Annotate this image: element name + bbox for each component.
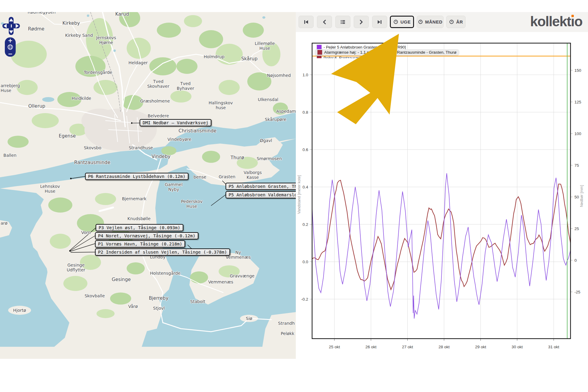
place-label: Strandhuse <box>129 145 153 150</box>
station-tooltip[interactable]: P5 Anløbsbroen Grasten, Thurø <box>226 183 296 190</box>
place-label: Gammel Nyby <box>165 182 182 192</box>
y2-tick-label: 0 <box>574 258 577 263</box>
place-label: Vemmenæs <box>208 280 233 284</box>
place-label: Skovballe <box>84 293 105 298</box>
place-label: bense <box>194 175 206 179</box>
x-tick-label: 29 okt <box>475 345 486 349</box>
station-tooltip[interactable]: DMI Nedbør – Vandværksvej <box>140 119 211 126</box>
place-label: Rantzausminde <box>74 160 110 166</box>
station-tooltip[interactable]: P4 Noret, Vornæsvej, Tåsinge (-0.12m) <box>95 232 198 239</box>
place-label: Øgavl <box>260 138 272 143</box>
alarm-tooltip-text: Alarmgrænse høj: - 1.1 meter - Pejler 6,… <box>324 50 457 55</box>
pan-down-icon[interactable] <box>9 30 13 33</box>
y-tick-label: -0.2 <box>301 297 308 302</box>
chart-panel: UGE MÅNED ÅR kollektıo 25 okt26 okt27 ok… <box>296 0 588 392</box>
place-label: Hjortø <box>13 308 26 313</box>
legend-label: Pejler 6, Rantzausminde <box>324 56 366 58</box>
place-label: Rødme <box>28 27 45 32</box>
place-label: Lillemølle Huse <box>255 41 275 51</box>
station-tooltip[interactable]: P1 Vornæs Havn, Tåsinge (0.218m) <box>95 240 185 248</box>
y2-axis-title: Nedbør [mm] <box>580 185 584 207</box>
y2-tick-label: 25 <box>574 226 579 231</box>
y2-tick-label: 75 <box>574 163 579 168</box>
x-tick-label: 27 okt <box>402 345 413 349</box>
y2-tick-label: 150 <box>574 68 581 73</box>
place-label: Holmdrup <box>204 54 224 59</box>
station-tooltip[interactable]: P2 Indersiden af slusen Vejlen, Tåsinge … <box>95 248 230 256</box>
place-label: Vindeby <box>152 154 171 160</box>
place-label: Egense <box>59 134 76 139</box>
zoom-out-button[interactable]: − <box>8 52 13 56</box>
place-label: Gesinge Udflytter <box>67 263 85 272</box>
place-label: Bjerreby <box>149 296 168 301</box>
place-label: Ollerup <box>28 104 45 109</box>
y-tick-label: 0.4 <box>302 185 308 189</box>
chart[interactable]: 25 okt26 okt27 okt28 okt29 okt30 okt31 o… <box>296 0 588 392</box>
map-zoom-control[interactable]: + − <box>5 37 16 57</box>
x-tick-label: 26 okt <box>365 345 377 349</box>
place-label: Aspedam <box>276 109 296 114</box>
legend-swatch-red <box>317 50 322 55</box>
place-label: Kirkeby Sand <box>65 33 93 38</box>
station-tooltip[interactable]: P3 Vejlen øst, Tåsinge (0.093m) <box>96 224 183 231</box>
legend-item-pejler6[interactable]: Pejler 6, Rantzausminde <box>317 55 366 58</box>
x-tick-label: 28 okt <box>438 345 450 349</box>
y-tick-label: 0.6 <box>302 147 308 152</box>
x-tick-label: 25 okt <box>329 345 340 349</box>
place-label: Strandh <box>278 321 295 326</box>
pan-up-icon[interactable] <box>9 18 13 21</box>
station-tooltip[interactable]: P6 Rantzausminde Lystbådehavn (0.12m) <box>85 173 188 180</box>
place-label: Valborgs Kasse <box>244 170 262 180</box>
y-tick-label: 0.0 <box>302 260 308 264</box>
place-label: Thurø <box>231 155 244 161</box>
place-label: arø <box>1 221 8 226</box>
place-label: Hallingskov huse <box>209 100 233 110</box>
place-label: Skårupøre <box>265 117 286 122</box>
alarm-tooltip: Alarmgrænse høj: - 1.1 meter - Pejler 6,… <box>315 49 459 55</box>
place-label: Bjernemark <box>122 196 146 201</box>
place-label: Lehnskov Huse <box>40 184 60 194</box>
legend-swatch-red2 <box>317 55 322 58</box>
y-tick-label: 0.8 <box>302 110 308 115</box>
place-label: Hvidkilde <box>72 96 91 101</box>
chart-plot[interactable] <box>312 43 571 339</box>
place-label: arrebjerg Huse <box>1 83 20 93</box>
place-label: Nøjsomhed <box>267 73 291 78</box>
y-tick-label: 0.2 <box>302 222 308 227</box>
place-label: Tved Skovhaver <box>147 79 169 89</box>
place-label: Peløkk <box>281 331 294 336</box>
place-label: Tordensgårde <box>84 70 112 75</box>
place-label: Stabolt <box>190 299 205 304</box>
place-label: Heldager <box>128 60 148 65</box>
y2-tick-label: 100 <box>574 131 581 136</box>
place-label: Kirkeby <box>62 21 80 26</box>
place-label: Gesinge <box>112 277 131 283</box>
place-label: Jernskovs Hjørne <box>96 35 116 45</box>
legend-label: - Pejler 5 Anløbsbroen Grasten, Thurø [D… <box>324 45 406 49</box>
place-label: Græsholmene <box>140 99 170 103</box>
place-label: Grasten <box>219 174 235 179</box>
zoom-in-button[interactable]: + <box>8 38 13 43</box>
map-pan-control[interactable] <box>2 17 20 35</box>
place-label: Vorn <box>81 230 90 235</box>
pan-right-icon[interactable] <box>16 24 19 28</box>
globe-icon[interactable] <box>7 44 13 50</box>
place-label: Vårø <box>128 304 138 309</box>
x-tick-label: 30 okt <box>512 345 523 349</box>
place-label: Knudsbølle <box>128 216 151 221</box>
place-label: Gravvænge <box>230 273 254 278</box>
pan-left-icon[interactable] <box>4 24 7 28</box>
place-label: Skovsbo <box>84 145 101 150</box>
station-tooltip[interactable]: P5 Anløbsbroen Valdemarslot <box>226 191 296 198</box>
place-label: Karud <box>115 12 129 17</box>
map[interactable]: RødmegydenKirkebyRødmeKirkeby SandJernsk… <box>0 12 296 359</box>
place-label: Smørmosen <box>257 156 282 161</box>
x-tick-label: 31 okt <box>548 345 559 349</box>
place-label: Ballen <box>3 153 16 158</box>
place-label: Vindebyøre <box>167 137 191 142</box>
place-label: Skårup <box>241 56 258 62</box>
place-label: Christiansminde <box>179 128 217 134</box>
map-labels: RødmegydenKirkebyRødmeKirkeby SandJernsk… <box>0 12 296 359</box>
place-label: Ulkensdal <box>258 97 278 102</box>
place-label: Pederskov Huse <box>181 199 203 209</box>
